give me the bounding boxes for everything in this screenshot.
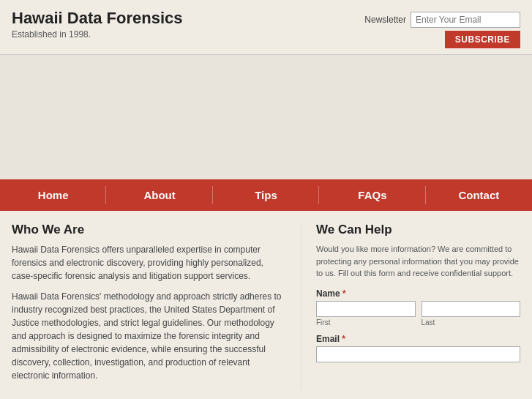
nav-item-faqs[interactable]: FAQs: [319, 179, 425, 211]
nav-item-about[interactable]: About: [106, 179, 212, 211]
nav-item-tips[interactable]: Tips: [213, 179, 319, 211]
name-field: Name * First Last: [316, 288, 520, 327]
main-content: Who We Are Hawaii Data Forensics offers …: [0, 211, 532, 399]
last-name-col: Last: [422, 301, 521, 327]
who-we-are-title: Who We Are: [12, 223, 286, 237]
email-field: Email *: [316, 334, 520, 362]
nav-item-contact[interactable]: Contact: [426, 179, 532, 211]
first-name-col: First: [316, 301, 416, 327]
main-nav: Home About Tips FAQs Contact: [0, 179, 532, 211]
newsletter-area: Newsletter SUBSCRIBE: [364, 9, 520, 48]
who-we-are-paragraph2: Hawaii Data Forensics' methodology and a…: [12, 290, 286, 382]
first-label: First: [316, 318, 416, 327]
nav-item-home[interactable]: Home: [0, 179, 106, 211]
name-row: First Last: [316, 301, 520, 327]
site-title: Hawaii Data Forensics: [12, 9, 183, 28]
subscribe-button[interactable]: SUBSCRIBE: [445, 31, 520, 48]
newsletter-label: Newsletter: [364, 15, 406, 25]
name-label: Name *: [316, 288, 520, 299]
last-label: Last: [422, 318, 521, 327]
email-required: *: [342, 334, 345, 344]
email-label: Email *: [316, 334, 520, 344]
left-column: Who We Are Hawaii Data Forensics offers …: [12, 223, 301, 389]
site-branding: Hawaii Data Forensics Established in 199…: [12, 9, 183, 40]
right-column: We Can Help Would you like more informat…: [301, 223, 520, 389]
email-input[interactable]: [316, 346, 520, 362]
newsletter-input[interactable]: [411, 12, 520, 28]
header: Hawaii Data Forensics Established in 199…: [0, 0, 532, 54]
who-we-are-paragraph1: Hawaii Data Forensics offers unparallele…: [12, 243, 286, 283]
last-name-input[interactable]: [422, 301, 521, 317]
banner-image: [0, 55, 532, 179]
site-subtitle: Established in 1998.: [12, 29, 183, 40]
we-can-help-title: We Can Help: [316, 223, 520, 237]
first-name-input[interactable]: [316, 301, 416, 317]
help-intro: Would you like more information? We are …: [316, 243, 520, 280]
name-required: *: [342, 288, 346, 299]
